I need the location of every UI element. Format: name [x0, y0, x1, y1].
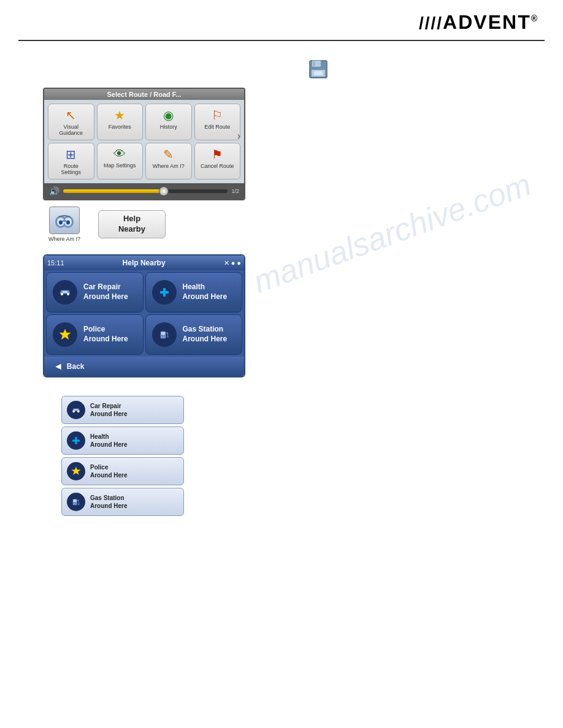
help-screen-icons: ✕ ● ●: [224, 259, 241, 267]
nav-btn-favorites[interactable]: ★ Favorites: [97, 104, 144, 140]
svg-point-13: [61, 293, 63, 295]
favorites-icon: ★: [100, 108, 140, 123]
svg-point-14: [67, 293, 69, 295]
history-label: History: [160, 124, 177, 130]
where-am-i-button[interactable]: Where Am I?: [43, 207, 86, 242]
volume-icon: 🔊: [49, 186, 59, 196]
visual-guidance-icon: ↖: [51, 108, 91, 123]
nav-btn-map-settings[interactable]: 👁 Map Settings: [97, 143, 144, 180]
small-police-icon: [67, 462, 85, 480]
where-am-i-svg-icon: [55, 212, 74, 229]
svg-point-10: [66, 220, 70, 224]
small-health-text: HealthAround Here: [90, 433, 128, 449]
small-list-item-gas-station[interactable]: Gas StationAround Here: [61, 488, 184, 516]
small-car-repair-svg: [71, 404, 82, 415]
back-arrow-icon: ◄: [53, 361, 63, 372]
svg-rect-11: [63, 220, 66, 222]
help-nearby-button[interactable]: Help Nearby: [98, 210, 166, 238]
nav-next-arrow[interactable]: ›: [237, 131, 240, 142]
where-am-i-icon-box: [49, 207, 80, 234]
small-list-item-car-repair[interactable]: Car RepairAround Here: [61, 396, 184, 424]
where-am-i-icon: ✎: [148, 147, 189, 162]
car-repair-icon: [53, 280, 77, 305]
help-screen-titlebar: 15:11 Help Nearby ✕ ● ●: [44, 256, 244, 270]
nav-btn-where-am-i[interactable]: ✎ Where Am I?: [145, 143, 192, 180]
volume-bar[interactable]: [63, 189, 228, 193]
nav-screen-title: Select Route / Road F...: [44, 89, 244, 100]
help-grid: Car RepairAround Here HealthAround Here: [44, 270, 244, 357]
small-list-item-police[interactable]: PoliceAround Here: [61, 457, 184, 485]
where-am-i-label: Where Am I?: [153, 163, 185, 169]
svg-point-26: [77, 410, 80, 412]
help-back-button[interactable]: ◄ Back: [44, 357, 244, 376]
page-number: 1/2: [231, 188, 239, 194]
svg-rect-23: [161, 332, 165, 335]
svg-rect-29: [72, 440, 80, 442]
car-repair-svg: [58, 285, 72, 300]
svg-point-25: [72, 410, 75, 412]
small-list: Car RepairAround Here HealthAround Here …: [61, 396, 538, 516]
route-settings-icon: ⊞: [51, 147, 91, 162]
history-icon: ◉: [148, 108, 189, 123]
map-settings-label: Map Settings: [104, 162, 136, 169]
health-icon: [152, 280, 177, 305]
svg-point-33: [78, 503, 80, 505]
help-btn-health[interactable]: HealthAround Here: [145, 272, 243, 313]
small-car-repair-icon: [67, 401, 85, 419]
gas-station-svg: [157, 327, 172, 342]
small-health-svg: [71, 435, 82, 446]
where-am-i-text: Where Am I?: [48, 236, 80, 242]
svg-rect-4: [314, 71, 323, 75]
small-car-repair-text: Car RepairAround Here: [90, 402, 128, 418]
help-btn-car-repair[interactable]: Car RepairAround Here: [46, 272, 144, 313]
edit-route-label: Edit Route: [204, 124, 230, 130]
police-text: PoliceAround Here: [83, 325, 128, 344]
nav-btn-visual-guidance[interactable]: ↖ VisualGuidance: [48, 104, 94, 140]
help-nearby-line1: Help: [118, 214, 145, 224]
small-gas-station-icon: [67, 493, 85, 511]
nav-screen: Select Route / Road F... ↖ VisualGuidanc…: [43, 88, 245, 200]
header: ////ADVENT®: [0, 0, 563, 40]
help-btn-gas-station[interactable]: Gas StationAround Here: [145, 314, 243, 355]
brand-registered: ®: [531, 13, 538, 23]
svg-rect-18: [160, 291, 169, 294]
brand-logo: ////ADVENT®: [419, 11, 538, 34]
svg-point-9: [59, 220, 63, 224]
svg-rect-2: [313, 61, 315, 66]
visual-guidance-label: VisualGuidance: [59, 124, 83, 136]
small-gas-station-svg: [71, 496, 82, 507]
route-settings-label: RouteSettings: [61, 163, 81, 175]
floppy-disk-icon: [308, 59, 328, 79]
nav-btn-edit-route[interactable]: ⚐ Edit Route: [194, 104, 241, 140]
edit-route-icon: ⚐: [197, 108, 238, 123]
nav-grid: ↖ VisualGuidance ★ Favorites ◉ History ⚐…: [44, 100, 244, 183]
nav-btn-history[interactable]: ◉ History: [145, 104, 192, 140]
help-nearby-screen: 15:11 Help Nearby ✕ ● ● Car RepairAround…: [43, 254, 245, 377]
svg-marker-30: [72, 467, 81, 476]
volume-knob[interactable]: [159, 186, 169, 196]
small-list-item-health[interactable]: HealthAround Here: [61, 427, 184, 455]
police-svg: [58, 327, 72, 342]
help-btn-police[interactable]: PoliceAround Here: [46, 314, 144, 355]
small-police-text: PoliceAround Here: [90, 463, 128, 479]
health-text: HealthAround Here: [183, 282, 228, 301]
help-screen-time: 15:11: [47, 259, 64, 267]
nav-btn-cancel-route[interactable]: ⚑ Cancel Route: [194, 143, 241, 180]
svg-point-24: [167, 336, 169, 338]
help-screen-title-text: Help Nearby: [123, 259, 166, 267]
small-health-icon: [67, 431, 85, 450]
svg-rect-32: [74, 499, 77, 502]
nav-btn-route-settings[interactable]: ⊞ RouteSettings: [48, 143, 94, 180]
police-icon: [53, 322, 77, 347]
map-settings-icon: 👁: [100, 147, 140, 161]
car-repair-text: Car RepairAround Here: [83, 282, 128, 301]
volume-bar-container: 🔊 1/2: [44, 183, 244, 199]
health-svg: [157, 285, 172, 300]
small-gas-station-text: Gas StationAround Here: [90, 494, 128, 510]
gas-station-icon: [152, 322, 177, 347]
svg-rect-15: [63, 291, 67, 293]
main-content: Select Route / Road F... ↖ VisualGuidanc…: [0, 41, 563, 537]
favorites-label: Favorites: [109, 124, 131, 130]
help-nearby-line2: Nearby: [118, 224, 145, 235]
volume-fill: [63, 189, 162, 193]
